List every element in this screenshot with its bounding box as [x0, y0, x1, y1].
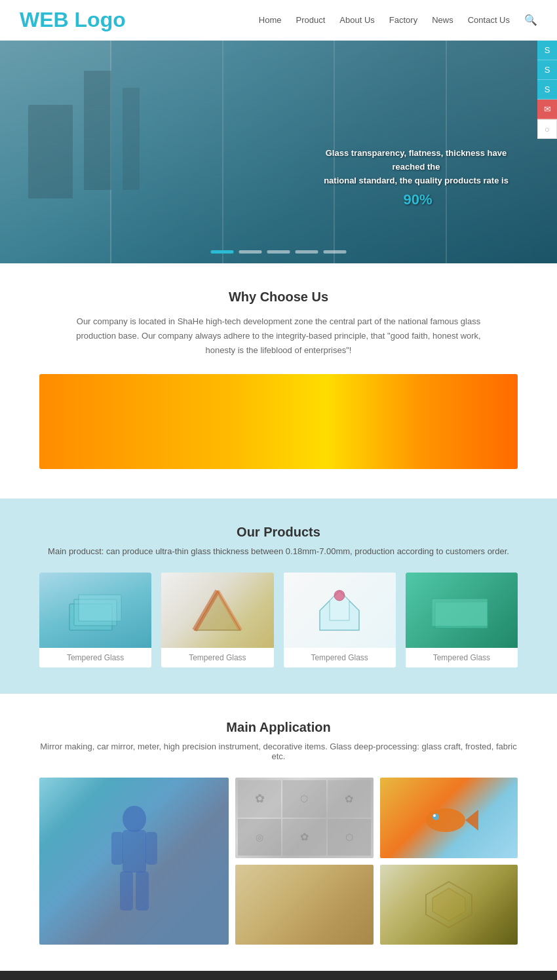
app-image-fish[interactable]	[380, 778, 518, 858]
svg-marker-18	[465, 810, 478, 831]
nav-product[interactable]: Product	[296, 15, 326, 25]
products-desc: Main producst: can produce ultra-thin gl…	[39, 546, 518, 556]
hero-dot-1[interactable]	[211, 250, 234, 254]
svg-point-19	[432, 814, 439, 820]
product-img-3	[284, 573, 396, 648]
svg-point-20	[433, 814, 436, 817]
nav-factory[interactable]: Factory	[389, 15, 417, 25]
app-image-pattern[interactable]: ✿ ⬡ ✿ ◎ ✿ ⬡	[235, 778, 373, 858]
product-img-1	[39, 573, 151, 648]
application-desc: Mirror making, car mirror, meter, high p…	[39, 742, 518, 761]
skype-btn-1[interactable]: S	[537, 41, 557, 60]
svg-rect-15	[120, 871, 133, 911]
circle-btn[interactable]: ○	[537, 119, 557, 139]
side-buttons: S S S ✉ ○	[537, 41, 557, 139]
svg-point-17	[426, 808, 465, 832]
hero-section: Glass transparency, flatness, thickness …	[0, 41, 557, 263]
hero-dots	[211, 250, 347, 254]
svg-rect-16	[136, 871, 149, 911]
svg-rect-10	[432, 599, 488, 626]
svg-marker-22	[432, 888, 465, 921]
product-label-1: Tempered Glass	[39, 648, 151, 668]
product-img-4	[406, 573, 518, 648]
hero-dot-3[interactable]	[267, 250, 290, 254]
why-title: Why Choose Us	[39, 290, 518, 305]
product-item-1[interactable]: Tempered Glass	[39, 573, 151, 668]
skype-btn-2[interactable]: S	[537, 60, 557, 80]
svg-rect-13	[111, 832, 123, 865]
application-title: Main Application	[39, 720, 518, 735]
products-grid: Tempered Glass Tempered Glass	[39, 573, 518, 668]
mail-btn[interactable]: ✉	[537, 100, 557, 119]
svg-rect-12	[123, 830, 146, 873]
nav-home[interactable]: Home	[259, 15, 282, 25]
hero-dot-4[interactable]	[296, 250, 318, 254]
svg-point-8	[334, 590, 345, 601]
svg-rect-2	[79, 595, 121, 621]
app-image-stained[interactable]	[380, 865, 518, 945]
products-title: Our Products	[39, 525, 518, 540]
app-image-frosted[interactable]	[235, 865, 373, 945]
why-desc: Our company is located in ShaHe high-tec…	[66, 314, 491, 358]
footer-main: Latest News Ultra-thin Glass Application…	[0, 971, 557, 980]
application-grid: ✿ ⬡ ✿ ◎ ✿ ⬡	[39, 778, 518, 945]
application-section: Main Application Mirror making, car mirr…	[0, 694, 557, 971]
products-section: Our Products Main producst: can produce …	[0, 499, 557, 694]
nav-contact[interactable]: Contact Us	[468, 15, 510, 25]
product-item-3[interactable]: Tempered Glass	[284, 573, 396, 668]
product-label-4: Tempered Glass	[406, 648, 518, 668]
hero-text-line1: Glass transparency, flatness, thickness …	[315, 147, 518, 211]
header: WEB Logo Home Product About Us Factory N…	[0, 0, 557, 41]
hero-dot-5[interactable]	[324, 250, 347, 254]
hero-dot-2[interactable]	[239, 250, 262, 254]
svg-point-11	[123, 806, 146, 832]
nav-news[interactable]: News	[432, 15, 453, 25]
logo: WEB Logo	[20, 8, 126, 32]
search-icon[interactable]: 🔍	[524, 14, 537, 26]
nav-about[interactable]: About Us	[339, 15, 374, 25]
product-item-2[interactable]: Tempered Glass	[161, 573, 273, 668]
hero-highlight: 90%	[403, 191, 432, 208]
product-label-3: Tempered Glass	[284, 648, 396, 668]
skype-btn-3[interactable]: S	[537, 80, 557, 100]
main-nav: Home Product About Us Factory News Conta…	[259, 14, 537, 26]
svg-rect-14	[145, 832, 157, 865]
product-img-2	[161, 573, 273, 648]
why-section: Why Choose Us Our company is located in …	[0, 263, 557, 499]
product-label-2: Tempered Glass	[161, 648, 273, 668]
yellow-banner	[39, 374, 518, 469]
product-item-4[interactable]: Tempered Glass	[406, 573, 518, 668]
hero-text-box: Glass transparency, flatness, thickness …	[315, 147, 518, 211]
svg-marker-3	[195, 591, 240, 630]
app-image-blue-figure[interactable]	[39, 778, 229, 945]
